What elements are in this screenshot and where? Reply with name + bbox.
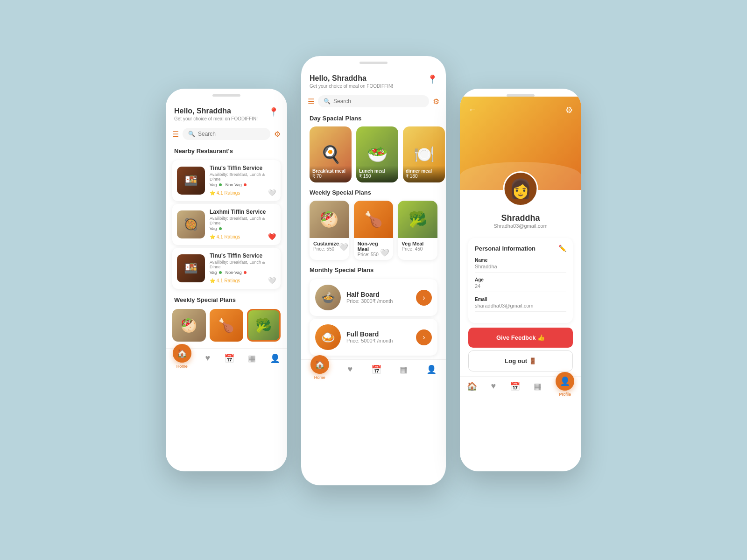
monthly-info-1: Half Board Price: 3000₹ /month [346,291,410,304]
logout-label: Log out 🚪 [505,357,536,364]
restaurant-card-3[interactable]: 🍱 Tinu's Tiffin Service Availibilty: Bre… [172,248,281,289]
monthly-price-1: Price: 3000₹ /month [346,298,410,304]
nav-profile-right[interactable]: 👤 Profile [556,381,574,397]
weekly-small-2[interactable]: 🍗 [210,309,243,342]
nav-home-label-left: Home [176,364,188,369]
center-search-icon: 🔍 [324,98,331,105]
nav-favorites-left[interactable]: ♥ [205,353,210,369]
monthly-card-1[interactable]: 🍲 Half Board Price: 3000₹ /month › [310,279,437,316]
monthly-card-2[interactable]: 🍛 Full Board Price: 5000₹ /month › [310,319,437,356]
nav-home-btn-left[interactable]: 🏠 [173,344,191,363]
monthly-name-2: Full Board [346,330,410,338]
avatar-emoji: 👩 [509,178,532,200]
restaurant-tags-2: Vag [210,226,276,231]
monthly-info-2: Full Board Price: 5000₹ /month [346,330,410,344]
heart-icon-2[interactable]: ❤️ [268,233,276,240]
personal-info-title: Personal Information [475,245,536,252]
heart-nav-icon-right: ♥ [491,381,496,391]
center-greeting-subtitle: Get your choice of meal on FOODIFFIN! [310,84,393,89]
monthly-plans-title: Monthly Special Plans [301,262,446,276]
feedback-label: Give Feedbck 👍 [496,334,545,341]
profile-icon-right: 👤 [560,376,570,386]
nav-profile-left[interactable]: 👤 [270,353,280,369]
settings-icon[interactable]: ⚙ [565,105,573,115]
right-bottom-nav: 🏠 ♥ 📅 ▦ 👤 [460,376,581,404]
left-search-wrap[interactable]: 🔍 [183,128,270,140]
avatar: 👩 [503,171,538,206]
left-search-input[interactable] [198,131,265,137]
center-search-input[interactable] [333,98,423,105]
nav-profile-btn-right[interactable]: 👤 [556,372,574,391]
center-filter-icon[interactable]: ⚙ [433,97,439,106]
weekly-section-title-left: Weekly Special Plans [166,292,287,306]
veg-tag-3: Vag [210,270,222,275]
nav-calendar-center[interactable]: 📅 [371,364,381,380]
restaurant-card-1[interactable]: 🍱 Tinu's Tiffin Service Availibilty: Bre… [172,160,281,201]
nav-orders-center[interactable]: ▦ [400,364,408,380]
monthly-btn-2[interactable]: › [416,329,432,345]
monthly-price-2: Price: 5000₹ /month [346,338,410,344]
day-plan-2[interactable]: 🥗 Lunch meal ₹ 150 [356,126,398,182]
name-label: Name [475,258,566,263]
center-greeting-title: Hello, Shraddha [310,74,393,83]
left-phone-header: Hello, Shraddha Get your choice of meal … [166,101,287,125]
nav-calendar-left[interactable]: 📅 [224,353,234,369]
nav-orders-left[interactable]: ▦ [248,353,256,369]
weekly-card-name-3: Veg Meal [402,241,423,246]
nav-favorites-right[interactable]: ♥ [491,381,496,397]
weekly-heart-1[interactable]: 🤍 [339,243,348,252]
weekly-small-1[interactable]: 🥙 [172,309,206,342]
home-icon-left: 🏠 [177,348,187,358]
monthly-name-1: Half Board [346,291,410,298]
monthly-img-1: 🍲 [315,285,341,310]
rating-2: ⭐ 4.1 Ratings [210,234,240,239]
right-phone: ← ⚙ 👩 Shraddha Shradha03@gmail.com Perso… [460,89,581,471]
nav-home-right[interactable]: 🏠 [467,381,477,397]
day-plan-overlay-3: dinner meal ₹ 180 [403,166,445,182]
restaurant-name-2: Laxhmi Tiffin Service [210,209,276,215]
nav-calendar-right[interactable]: 📅 [510,381,520,397]
weekly-plans-title-center: Weekly Special Plans [301,184,446,199]
monthly-btn-1[interactable]: › [416,290,432,306]
left-greeting-subtitle: Get your choice of meal on FOODIFFIN! [174,116,258,121]
weekly-heart-2[interactable]: 🤍 [380,248,389,257]
weekly-small-3[interactable]: 🥦 [247,309,281,342]
day-plan-name-2: Lunch meal [359,168,395,174]
restaurant-card-2[interactable]: 🥘 Laxhmi Tiffin Service Availibilty: Bre… [172,204,281,245]
weekly-card-2[interactable]: 🍗 Non-veg Meal Price: 550 🤍 [354,201,394,260]
nav-home-btn-center[interactable]: 🏠 [310,355,329,374]
weekly-card-left-3: Veg Meal Price: 450 [402,241,423,252]
back-icon[interactable]: ← [468,105,477,115]
day-plan-1[interactable]: 🍳 Breakfast meal ₹ 70 [310,126,352,182]
menu-icon[interactable]: ☰ [172,130,179,139]
rating-1: ⭐ 4.1 Ratings [210,190,240,196]
orders-icon-left: ▦ [248,353,256,364]
edit-icon[interactable]: ✏️ [558,245,566,252]
center-search-wrap[interactable]: 🔍 [318,95,429,107]
feedback-button[interactable]: Give Feedbck 👍 [468,328,573,348]
day-plan-price-2: ₹ 150 [359,174,395,179]
nonveg-tag-3: Non-Vag [226,270,247,275]
personal-info-header: Personal Information ✏️ [475,245,566,252]
day-plan-3[interactable]: 🍽️ dinner meal ₹ 180 [403,126,445,182]
nav-profile-center[interactable]: 👤 [426,364,437,380]
weekly-card-1[interactable]: 🥙 Custamize Price: 550 🤍 [310,201,349,260]
weekly-small-plans: 🥙 🍗 🥦 [166,306,287,344]
heart-icon-3[interactable]: 🤍 [268,277,276,284]
nav-favorites-center[interactable]: ♥ [347,364,352,380]
filter-icon[interactable]: ⚙ [274,130,281,139]
left-bottom-nav: 🏠 Home ♥ 📅 ▦ 👤 [166,348,287,376]
logout-button[interactable]: Log out 🚪 [468,350,573,371]
heart-icon-1[interactable]: 🤍 [268,189,276,196]
center-menu-icon[interactable]: ☰ [308,97,314,106]
nav-home-left[interactable]: 🏠 Home [173,353,191,369]
nav-home-center[interactable]: 🏠 Home [310,364,329,380]
weekly-card-3[interactable]: 🥦 Veg Meal Price: 450 [398,201,437,260]
center-phone: Hello, Shraddha Get your choice of meal … [301,56,446,485]
restaurant-info-1: Tinu's Tiffin Service Availibilty: Break… [210,165,276,196]
home-icon-center: 🏠 [315,359,325,370]
nav-profile-label-right: Profile [559,392,571,397]
profile-avatar-wrap: 👩 [503,171,538,206]
weekly-card-left-2: Non-veg Meal Price: 550 [358,241,381,257]
nav-orders-right[interactable]: ▦ [534,381,542,397]
